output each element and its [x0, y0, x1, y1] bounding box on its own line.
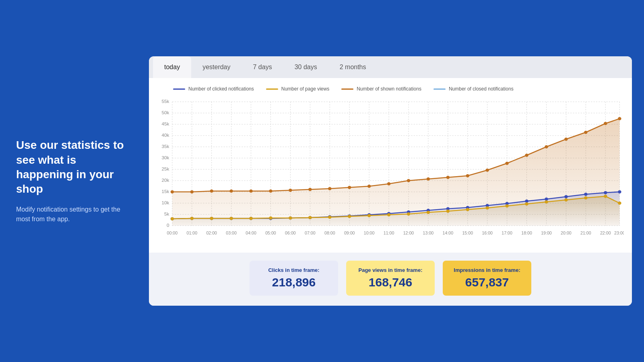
right-panel: today yesterday 7 days 30 days 2 months … [149, 56, 632, 306]
svg-text:14:00: 14:00 [443, 231, 454, 235]
svg-point-69 [525, 154, 528, 157]
legend-shown-label: Number of shown notifications [357, 86, 421, 92]
svg-text:16:00: 16:00 [482, 231, 493, 235]
svg-point-62 [387, 182, 391, 185]
legend-closed: Number of closed notifications [433, 86, 514, 92]
svg-point-117 [525, 202, 528, 206]
svg-point-53 [210, 189, 213, 193]
svg-point-110 [387, 213, 391, 216]
svg-point-120 [584, 196, 588, 200]
stat-clicks: Clicks in time frame: 218,896 [250, 261, 338, 296]
svg-point-114 [466, 208, 470, 211]
svg-text:18:00: 18:00 [521, 231, 532, 235]
svg-text:45k: 45k [162, 121, 169, 126]
tab-today[interactable]: today [153, 56, 191, 78]
chart-container: 55k 50k 45k 40k 35k 30k 25k 20k 15k 10k … [153, 96, 624, 249]
svg-point-58 [308, 188, 312, 191]
svg-point-55 [249, 189, 253, 193]
svg-point-51 [171, 190, 174, 193]
svg-point-72 [584, 131, 588, 134]
svg-point-111 [407, 212, 411, 216]
legend-closed-line [433, 88, 446, 90]
svg-point-67 [485, 169, 489, 172]
svg-point-93 [525, 200, 528, 203]
tab-2months[interactable]: 2 months [328, 56, 378, 78]
svg-point-71 [564, 138, 568, 141]
svg-point-70 [545, 145, 548, 148]
main-subtitle: Modify notification settings to get the … [16, 205, 129, 224]
svg-point-64 [427, 177, 430, 181]
svg-text:13:00: 13:00 [423, 231, 434, 235]
svg-point-105 [289, 216, 292, 220]
svg-text:50k: 50k [162, 110, 169, 115]
tab-7days[interactable]: 7 days [242, 56, 283, 78]
svg-point-112 [427, 211, 430, 214]
chart-area: Number of clicked notifications Number o… [149, 78, 632, 253]
svg-text:04:00: 04:00 [246, 231, 256, 235]
svg-point-56 [269, 189, 272, 193]
svg-text:30k: 30k [162, 155, 169, 160]
svg-text:25k: 25k [162, 167, 169, 171]
svg-text:20k: 20k [162, 178, 169, 183]
svg-point-113 [446, 210, 450, 213]
svg-point-54 [229, 189, 233, 193]
stat-pageviews-value: 168,746 [354, 276, 427, 289]
legend-closed-label: Number of closed notifications [449, 86, 514, 92]
svg-point-101 [210, 217, 213, 220]
svg-point-63 [407, 179, 411, 182]
svg-point-61 [367, 185, 371, 188]
svg-text:07:00: 07:00 [305, 231, 316, 235]
svg-point-74 [618, 117, 621, 120]
svg-text:09:00: 09:00 [344, 231, 355, 235]
legend-clicked-label: Number of clicked notifications [188, 86, 254, 92]
svg-text:35k: 35k [162, 144, 169, 149]
legend-shown: Number of shown notifications [341, 86, 421, 92]
main-title: Use our statistics to see what is happen… [16, 138, 129, 197]
svg-text:08:00: 08:00 [324, 231, 335, 235]
svg-text:00:00: 00:00 [167, 231, 178, 235]
svg-point-115 [485, 206, 489, 210]
svg-point-118 [545, 200, 548, 204]
svg-text:0: 0 [167, 223, 169, 228]
svg-text:15:00: 15:00 [462, 231, 473, 235]
svg-point-57 [289, 189, 292, 192]
stat-clicks-value: 218,896 [258, 276, 330, 289]
legend-shown-line [341, 88, 353, 90]
svg-point-59 [328, 187, 332, 190]
legend-clicked-line [173, 88, 185, 90]
legend-clicked: Number of clicked notifications [173, 86, 254, 92]
svg-text:22:00: 22:00 [600, 231, 611, 235]
svg-text:11:00: 11:00 [384, 231, 394, 235]
legend-pageviews: Number of page views [266, 86, 329, 92]
svg-point-102 [229, 217, 233, 220]
stat-pageviews: Page views in time frame: 168,746 [346, 261, 435, 296]
svg-point-65 [446, 176, 450, 179]
tab-yesterday[interactable]: yesterday [191, 56, 242, 78]
svg-text:03:00: 03:00 [226, 231, 237, 235]
left-panel: Use our statistics to see what is happen… [0, 122, 145, 240]
stat-impressions: Impressions in time frame: 657,837 [443, 261, 531, 296]
svg-text:20:00: 20:00 [561, 231, 572, 235]
svg-point-98 [618, 190, 621, 193]
svg-point-106 [308, 216, 312, 219]
svg-point-119 [564, 198, 568, 202]
svg-point-116 [505, 204, 509, 208]
stats-row: Clicks in time frame: 218,896 Page views… [149, 253, 632, 306]
svg-text:06:00: 06:00 [285, 231, 296, 235]
svg-point-108 [348, 215, 351, 218]
svg-point-103 [249, 217, 253, 220]
svg-point-99 [171, 217, 174, 220]
svg-text:23:00: 23:00 [614, 231, 624, 235]
svg-point-94 [545, 197, 548, 201]
svg-text:10k: 10k [162, 200, 169, 205]
svg-text:01:00: 01:00 [186, 231, 197, 235]
svg-point-97 [604, 191, 607, 194]
svg-point-73 [604, 122, 607, 125]
svg-point-95 [564, 195, 568, 198]
stat-pageviews-label: Page views in time frame: [354, 267, 427, 273]
svg-point-104 [269, 216, 272, 220]
svg-point-121 [604, 195, 607, 198]
svg-text:12:00: 12:00 [403, 231, 414, 235]
svg-point-122 [618, 202, 621, 205]
tab-30days[interactable]: 30 days [283, 56, 328, 78]
